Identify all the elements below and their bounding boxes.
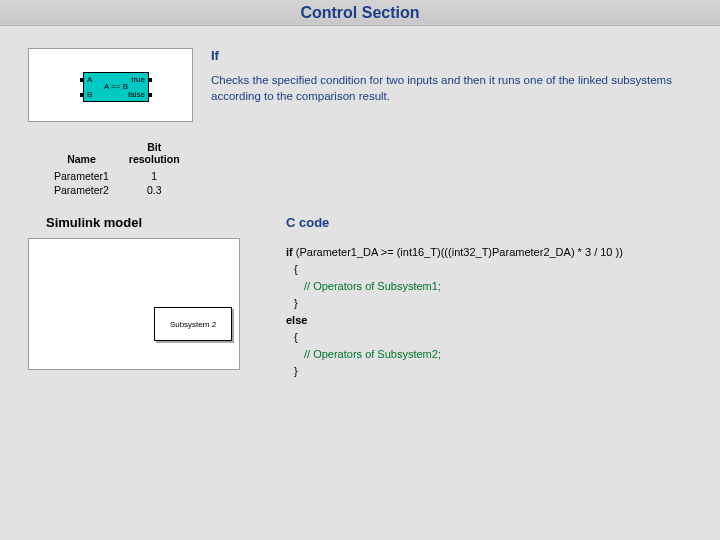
cell-name: Parameter1 — [44, 169, 119, 183]
simulink-canvas: Subsystem 2 — [28, 238, 240, 370]
cell-bit: 0.3 — [119, 183, 190, 197]
code-line: // Operators of Subsystem1; — [286, 278, 700, 295]
page-title: Control Section — [0, 0, 720, 26]
col-bit-resolution: Bitresolution — [119, 140, 190, 169]
port-icon — [80, 93, 84, 97]
table-row: Parameter2 0.3 — [44, 183, 190, 197]
simulink-column: Simulink model Subsystem 2 — [28, 215, 240, 370]
block-thumbnail: A B true false A == B — [28, 48, 193, 122]
port-icon — [80, 78, 84, 82]
brace: { — [286, 329, 298, 346]
table-header-row: Name Bitresolution — [44, 140, 190, 169]
ccode-column: C code if (Parameter1_DA >= (int16_T)(((… — [286, 215, 700, 380]
port-icon — [148, 93, 152, 97]
keyword-else: else — [286, 314, 307, 326]
condition-label: A == B — [84, 83, 148, 91]
if-block-icon: A B true false A == B — [83, 72, 149, 102]
code-line: { — [286, 329, 700, 346]
code-line: } — [286, 363, 700, 380]
table-row: Parameter1 1 — [44, 169, 190, 183]
code-line: else — [286, 312, 700, 329]
model-code-row: Simulink model Subsystem 2 C code if (Pa… — [0, 197, 720, 380]
brace: } — [286, 295, 298, 312]
cell-name: Parameter2 — [44, 183, 119, 197]
code-text: (Parameter1_DA >= (int16_T)(((int32_T)Pa… — [293, 246, 623, 258]
block-name: If — [211, 48, 680, 63]
cell-bit: 1 — [119, 169, 190, 183]
code-line: if (Parameter1_DA >= (int16_T)(((int32_T… — [286, 244, 700, 261]
description-row: A B true false A == B If Checks the spec… — [0, 26, 720, 122]
col-name: Name — [44, 140, 119, 169]
code-line: // Operators of Subsystem2; — [286, 346, 700, 363]
ccode-block: if (Parameter1_DA >= (int16_T)(((int32_T… — [286, 244, 700, 380]
port-icon — [148, 78, 152, 82]
ccode-title: C code — [286, 215, 700, 230]
subsystem2-block: Subsystem 2 — [154, 307, 232, 341]
keyword-if: if — [286, 246, 293, 258]
port-label-false: false — [128, 91, 145, 99]
code-line: } — [286, 295, 700, 312]
description-text: If Checks the specified condition for tw… — [211, 48, 700, 104]
code-comment: // Operators of Subsystem2; — [286, 346, 441, 363]
parameter-table: Name Bitresolution Parameter1 1 Paramete… — [44, 140, 190, 197]
simulink-title: Simulink model — [46, 215, 240, 230]
block-description: Checks the specified condition for two i… — [211, 73, 680, 104]
code-line: { — [286, 261, 700, 278]
port-label-b: B — [87, 91, 92, 99]
brace: } — [286, 363, 298, 380]
code-comment: // Operators of Subsystem1; — [286, 278, 441, 295]
brace: { — [286, 261, 298, 278]
